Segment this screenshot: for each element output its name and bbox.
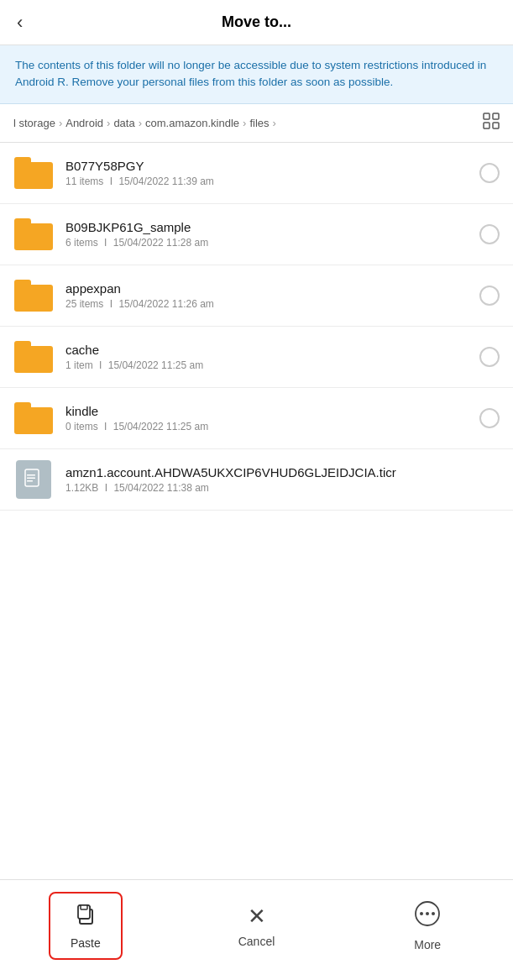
list-item[interactable]: B09BJKP61G_sample 6 items I 15/04/2022 1… [0,204,513,265]
radio-button[interactable] [479,347,500,367]
back-button[interactable]: ‹ [17,12,23,34]
file-info: B09BJKP61G_sample 6 items I 15/04/2022 1… [65,220,471,249]
folder-icon [13,337,54,377]
list-item[interactable]: kindle 0 items I 15/04/2022 11:25 am [0,388,513,449]
file-info: kindle 0 items I 15/04/2022 11:25 am [65,404,471,432]
file-doc-icon [13,459,54,500]
file-info: cache 1 item I 15/04/2022 11:25 am [65,343,471,371]
radio-button[interactable] [479,408,500,428]
file-info: amzn1.account.AHDWA5UKXCIP6VHUD6GLJEIDJC… [65,465,500,494]
warning-text: The contents of this folder will no long… [15,59,486,88]
list-item[interactable]: appexpan 25 items I 15/04/2022 11:26 am [0,265,513,327]
folder-icon [13,275,54,316]
folder-icon [13,398,54,438]
page-title: Move to... [222,13,291,31]
file-meta: 1 item I 15/04/2022 11:25 am [65,359,471,371]
svg-rect-3 [493,123,499,128]
cancel-label: Cancel [238,935,275,948]
header: ‹ Move to... [0,0,513,45]
breadcrumb[interactable]: l storage › Android › data › com.amazon.… [0,104,513,143]
paste-icon [74,902,97,931]
file-name: kindle [65,404,471,418]
more-button[interactable]: More [342,900,513,951]
grid-view-icon[interactable] [483,113,500,134]
file-meta: 6 items I 15/04/2022 11:28 am [65,237,471,249]
file-name: B077Y58PGY [65,159,471,173]
file-info: B077Y58PGY 11 items I 15/04/2022 11:39 a… [65,159,471,187]
file-meta: 1.12KB I 15/04/2022 11:38 am [65,482,500,494]
more-label: More [414,938,441,951]
file-name: cache [65,343,471,357]
list-item[interactable]: B077Y58PGY 11 items I 15/04/2022 11:39 a… [0,143,513,204]
file-meta: 11 items I 15/04/2022 11:39 am [65,176,471,187]
file-name: appexpan [65,281,471,296]
svg-rect-2 [484,123,489,128]
file-name: B09BJKP61G_sample [65,220,471,234]
radio-button[interactable] [479,286,500,306]
file-list: B077Y58PGY 11 items I 15/04/2022 11:39 a… [0,143,513,880]
svg-point-13 [420,912,423,915]
breadcrumb-data[interactable]: data [113,117,134,129]
svg-rect-11 [81,905,87,909]
breadcrumb-files[interactable]: files [249,117,269,129]
bottom-bar: Paste ✕ Cancel More [0,879,513,980]
svg-rect-0 [484,113,489,119]
list-item[interactable]: amzn1.account.AHDWA5UKXCIP6VHUD6GLJEIDJC… [0,449,513,511]
cancel-button[interactable]: ✕ Cancel [171,904,343,948]
folder-icon [13,214,54,254]
paste-btn-wrapper[interactable]: Paste [49,892,123,960]
file-name: amzn1.account.AHDWA5UKXCIP6VHUD6GLJEIDJC… [65,465,500,480]
svg-rect-5 [27,474,35,476]
breadcrumb-kindle[interactable]: com.amazon.kindle [145,117,239,129]
list-item[interactable]: cache 1 item I 15/04/2022 11:25 am [0,327,513,388]
svg-point-14 [426,912,429,915]
breadcrumb-storage[interactable]: l storage [13,117,55,129]
breadcrumb-android[interactable]: Android [65,117,103,129]
paste-label: Paste [71,936,101,950]
file-meta: 0 items I 15/04/2022 11:25 am [65,421,471,432]
svg-rect-1 [493,113,499,119]
svg-point-15 [432,912,435,915]
more-icon [414,900,441,933]
file-info: appexpan 25 items I 15/04/2022 11:26 am [65,281,471,310]
document-icon [16,460,51,499]
radio-button[interactable] [479,224,500,244]
radio-button[interactable] [479,163,500,183]
folder-icon [13,153,54,193]
warning-banner: The contents of this folder will no long… [0,45,513,104]
svg-rect-7 [27,480,33,482]
cancel-icon: ✕ [248,904,266,930]
svg-rect-6 [27,477,35,479]
file-meta: 25 items I 15/04/2022 11:26 am [65,298,471,310]
paste-button[interactable]: Paste [0,892,171,960]
